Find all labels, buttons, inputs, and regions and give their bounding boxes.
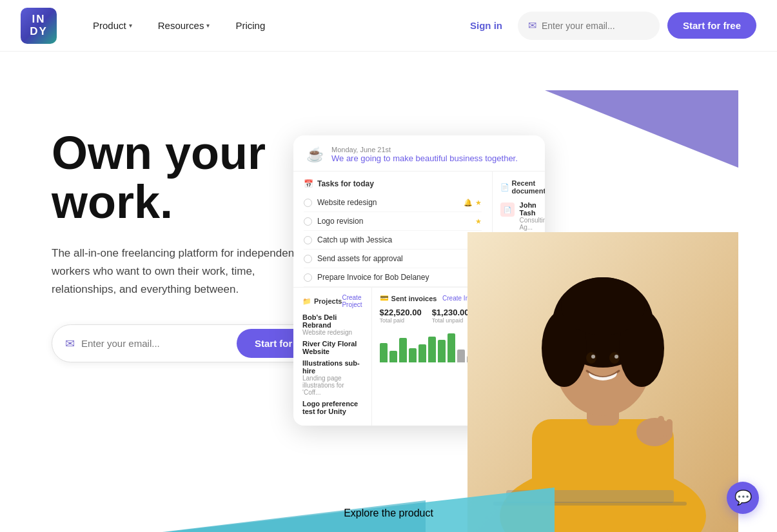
task-checkbox[interactable] <box>304 255 312 263</box>
tasks-section: 📅 Tasks for today Website redesign 🔔 ★ L… <box>293 172 492 287</box>
star-icon: ★ <box>475 217 482 226</box>
project-item[interactable]: Illustrations sub-hireLanding page illus… <box>302 359 362 396</box>
doc-name: John Tash <box>520 201 545 217</box>
task-text: Logo revision <box>317 217 470 226</box>
chart-bar <box>428 337 436 362</box>
dash-main: 📅 Tasks for today Website redesign 🔔 ★ L… <box>293 172 492 426</box>
resources-nav-item[interactable]: Resources ▾ <box>148 15 221 36</box>
task-text: Catch up with Jessica <box>317 235 477 244</box>
task-checkbox[interactable] <box>304 199 312 207</box>
task-list: Website redesign 🔔 ★ Logo revision ★ Cat… <box>304 193 482 287</box>
chart-bar <box>448 333 455 362</box>
total-paid-label: Total paid <box>380 317 422 324</box>
chart-bar <box>399 338 407 362</box>
dash-greeting: We are going to make beautiful business … <box>331 153 518 163</box>
nav-email-icon: ✉ <box>528 19 536 32</box>
calendar-icon: ☕ <box>306 146 324 163</box>
docs-icon: 📄 <box>500 183 509 192</box>
task-checkbox[interactable] <box>304 236 312 244</box>
chart-bar <box>380 343 388 362</box>
svg-point-10 <box>586 352 596 364</box>
recent-docs-title: 📄 Recent documents <box>500 179 545 195</box>
task-item[interactable]: Website redesign 🔔 ★ <box>304 193 482 212</box>
chart-bar <box>389 351 397 362</box>
doc-info: John Tash Consulting Ag... <box>520 201 545 231</box>
dash-date: Monday, June 21st <box>331 146 518 153</box>
svg-point-9 <box>561 277 645 335</box>
create-project-button[interactable]: Create Project <box>342 294 362 308</box>
total-paid-amount: $22,520.00 <box>380 308 422 317</box>
nav-email-input[interactable] <box>542 21 645 31</box>
total-unpaid-stat: $1,230.00 Total unpaid <box>432 308 469 324</box>
teal-shape-svg <box>103 475 555 532</box>
project-item[interactable]: Bob's Deli RebrandWebsite redesign <box>302 313 362 336</box>
task-action-icons: ★ <box>475 217 482 226</box>
project-item[interactable]: Logo preference test for Unity <box>302 400 362 415</box>
chart-bar <box>438 340 446 362</box>
dash-header-text: Monday, June 21st We are going to make b… <box>331 146 518 163</box>
svg-point-12 <box>591 355 595 359</box>
nav-links: Product ▾ Resources ▾ Pricing <box>83 15 275 36</box>
chat-button[interactable]: 💬 <box>727 482 759 514</box>
product-nav-item[interactable]: Product ▾ <box>83 15 143 36</box>
svg-point-13 <box>615 355 618 359</box>
project-name: Illustrations sub-hire <box>302 359 362 375</box>
project-item[interactable]: River City Floral Website <box>302 340 362 355</box>
hero-email-icon: ✉ <box>65 337 75 351</box>
projects-section: 📁 Projects Create Project Bob's Deli Reb… <box>293 288 372 426</box>
nav-start-button[interactable]: Start for free <box>667 12 756 39</box>
hero-email-wrap: ✉ Start for free <box>52 324 335 362</box>
task-item[interactable]: Send assets for approval <box>304 250 482 268</box>
nav-email-wrap: ✉ <box>518 12 660 40</box>
svg-rect-16 <box>666 419 673 438</box>
svg-marker-0 <box>545 90 738 168</box>
project-name: Bob's Deli Rebrand <box>302 313 362 329</box>
svg-point-11 <box>609 352 620 364</box>
chart-bar <box>457 350 465 362</box>
doc-sub: Consulting Ag... <box>520 217 545 231</box>
dash-bottom: 📁 Projects Create Project Bob's Deli Reb… <box>293 287 492 426</box>
task-item[interactable]: Catch up with Jessica <box>304 231 482 250</box>
explore-section: Explore the product <box>344 507 433 519</box>
project-sub: Landing page illustrations for 'Coff... <box>302 375 362 396</box>
hero-section: Own your work. The all-in-one freelancin… <box>0 52 777 532</box>
projects-icon: 📁 <box>302 297 311 306</box>
project-sub: Website redesign <box>302 329 362 336</box>
star-icon: ★ <box>475 199 482 207</box>
invoices-label: 💳 Sent invoices <box>380 294 437 302</box>
task-item[interactable]: Prepare Invoice for Bob Delaney <box>304 268 482 287</box>
tasks-title: 📅 Tasks for today <box>304 179 482 188</box>
projects-list: Bob's Deli RebrandWebsite redesignRiver … <box>302 313 362 415</box>
total-unpaid-amount: $1,230.00 <box>432 308 469 317</box>
teal-decoration-left <box>103 475 555 532</box>
projects-header: 📁 Projects Create Project <box>302 294 362 308</box>
task-text: Website redesign <box>317 198 458 207</box>
task-checkbox[interactable] <box>304 217 312 226</box>
chat-icon: 💬 <box>734 489 752 506</box>
total-paid-stat: $22,520.00 Total paid <box>380 308 422 324</box>
task-text: Prepare Invoice for Bob Delaney <box>317 273 477 282</box>
doc-item[interactable]: 📄 John Tash Consulting Ag... <box>500 201 545 231</box>
resources-chevron-icon: ▾ <box>206 22 210 29</box>
total-unpaid-label: Total unpaid <box>432 317 469 324</box>
sign-in-button[interactable]: Sign in <box>470 20 502 31</box>
task-text: Send assets for approval <box>317 254 477 263</box>
project-name: Logo preference test for Unity <box>302 400 362 415</box>
tasks-icon: 📅 <box>304 179 313 188</box>
projects-label: 📁 Projects <box>302 297 342 306</box>
project-name: River City Floral Website <box>302 340 362 355</box>
task-item[interactable]: Logo revision ★ <box>304 212 482 231</box>
svg-rect-15 <box>658 416 664 438</box>
hero-email-input[interactable] <box>81 338 230 349</box>
doc-type-icon: 📄 <box>500 202 515 217</box>
logo[interactable]: IN DY <box>21 8 57 44</box>
hero-subtitle: The all-in-one freelancing platform for … <box>52 244 322 299</box>
pricing-nav-item[interactable]: Pricing <box>225 15 275 36</box>
dash-header: ☕ Monday, June 21st We are going to make… <box>293 135 545 172</box>
navbar: IN DY Product ▾ Resources ▾ Pricing Sign… <box>0 0 777 52</box>
task-checkbox[interactable] <box>304 273 312 282</box>
product-chevron-icon: ▾ <box>129 22 132 29</box>
hero-right-area: ☕ Monday, June 21st We are going to make… <box>374 90 738 532</box>
chart-bar <box>418 344 426 362</box>
task-action-icons: 🔔 ★ <box>464 199 482 207</box>
